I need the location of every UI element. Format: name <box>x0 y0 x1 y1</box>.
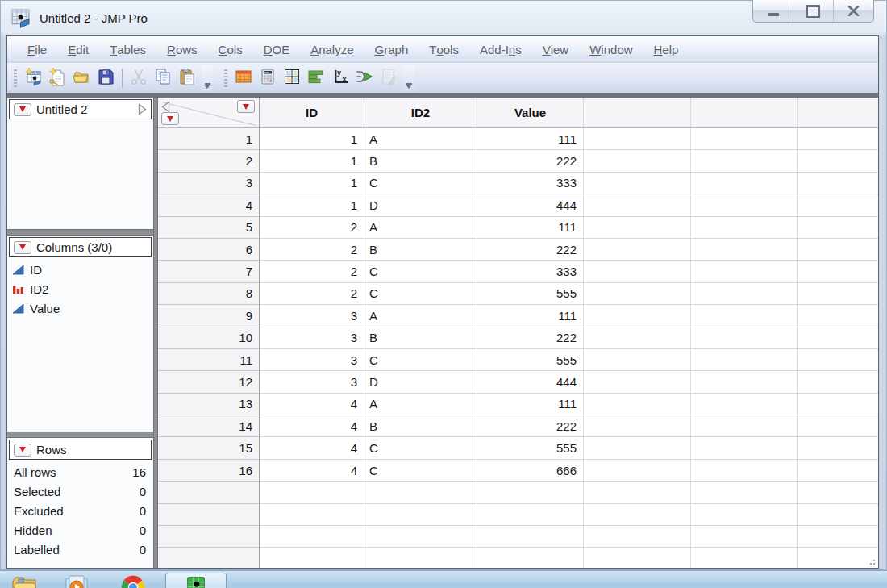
rows-menu-button[interactable] <box>14 444 31 457</box>
panel-splitter[interactable] <box>7 229 153 236</box>
row-number[interactable]: 3 <box>158 173 260 194</box>
column-header-id[interactable]: ID <box>260 98 364 128</box>
cell[interactable]: 2 <box>260 283 364 305</box>
graph-builder-button[interactable] <box>304 67 328 90</box>
cell[interactable]: A <box>364 394 477 415</box>
menu-edit[interactable]: Edit <box>57 36 99 62</box>
column-list-item-id2[interactable]: ID2 <box>7 279 153 298</box>
maximize-button[interactable] <box>793 0 833 22</box>
open-button[interactable] <box>69 67 94 90</box>
menu-analyze[interactable]: Analyze <box>300 36 364 62</box>
cell[interactable]: 222 <box>477 327 584 349</box>
cell[interactable]: A <box>364 128 477 150</box>
row-number[interactable] <box>158 482 260 503</box>
data-table-button[interactable] <box>231 67 256 90</box>
column-list-item-id[interactable]: ID <box>7 260 153 279</box>
menu-tables[interactable]: Tables <box>99 36 156 62</box>
cell[interactable]: D <box>364 371 477 393</box>
cell[interactable]: 444 <box>477 194 584 216</box>
cell[interactable]: B <box>364 239 477 261</box>
table-menu-button[interactable] <box>14 103 31 116</box>
menu-rows[interactable]: Rows <box>156 36 208 62</box>
cell[interactable]: 333 <box>477 261 584 282</box>
row-number[interactable]: 12 <box>158 371 260 393</box>
cell[interactable]: 555 <box>477 283 584 305</box>
cell[interactable]: 2 <box>260 217 364 239</box>
cell[interactable]: B <box>364 150 477 172</box>
cell[interactable]: C <box>364 460 477 482</box>
row-number[interactable]: 4 <box>158 194 260 216</box>
fit-y-by-x-button[interactable]: yx <box>328 67 352 90</box>
media-player-icon[interactable] <box>63 573 90 588</box>
cell[interactable]: 111 <box>477 217 584 239</box>
cell[interactable]: 111 <box>477 128 584 150</box>
cell[interactable]: B <box>364 327 477 349</box>
rows-corner-menu-button[interactable] <box>161 112 179 125</box>
row-number[interactable]: 11 <box>158 349 260 371</box>
cell[interactable]: 3 <box>260 327 364 349</box>
menu-doe[interactable]: DOE <box>253 36 301 62</box>
row-number[interactable]: 6 <box>158 239 260 261</box>
row-number[interactable]: 15 <box>158 437 260 459</box>
cell[interactable]: 4 <box>260 460 364 482</box>
cell[interactable]: 555 <box>477 437 584 459</box>
cell[interactable]: 1 <box>260 150 364 172</box>
cell[interactable]: C <box>364 261 477 282</box>
columns-corner-menu-button[interactable] <box>237 100 255 113</box>
row-number[interactable]: 8 <box>158 283 260 305</box>
cell[interactable]: 2 <box>260 261 364 282</box>
cell[interactable]: 222 <box>477 415 584 437</box>
menu-graph[interactable]: Graph <box>364 36 419 62</box>
jmp-taskbar-button[interactable] <box>165 573 227 588</box>
column-header-id2[interactable]: ID2 <box>364 98 477 128</box>
rows-stat-all-rows[interactable]: All rows16 <box>7 462 153 482</box>
column-header-value[interactable]: Value <box>477 98 584 128</box>
rows-stat-excluded[interactable]: Excluded0 <box>7 501 153 520</box>
rows-stat-labelled[interactable]: Labelled0 <box>7 540 153 559</box>
row-number[interactable]: 7 <box>158 261 260 282</box>
cell[interactable]: 3 <box>260 371 364 393</box>
cell[interactable]: 4 <box>260 394 364 415</box>
row-number[interactable]: 1 <box>158 128 260 150</box>
menu-tools[interactable]: Tools <box>419 36 469 62</box>
new-script-button[interactable] <box>45 67 69 90</box>
cell[interactable]: D <box>364 194 477 216</box>
edit-script-button[interactable] <box>377 67 401 90</box>
menu-add-ins[interactable]: Add-Ins <box>469 36 532 62</box>
cell[interactable]: 111 <box>477 305 584 327</box>
cell[interactable]: 1 <box>260 173 364 194</box>
cell[interactable]: 3 <box>260 305 364 327</box>
cell[interactable]: 4 <box>260 437 364 459</box>
menu-view[interactable]: View <box>532 36 580 62</box>
chrome-icon[interactable] <box>119 573 147 588</box>
expand-panel-icon[interactable] <box>138 103 147 115</box>
explorer-icon[interactable] <box>11 573 39 588</box>
column-list-item-value[interactable]: Value <box>7 298 153 318</box>
row-number[interactable]: 5 <box>158 217 260 239</box>
menu-file[interactable]: File <box>17 36 57 62</box>
cell[interactable]: 111 <box>477 394 584 415</box>
cell[interactable]: 1 <box>260 128 364 150</box>
cell[interactable]: 666 <box>477 460 584 482</box>
row-number[interactable]: 16 <box>158 460 260 482</box>
cell[interactable]: 3 <box>260 349 364 371</box>
row-number[interactable]: 2 <box>158 150 260 172</box>
save-button[interactable] <box>94 67 118 90</box>
cell[interactable]: C <box>364 349 477 371</box>
menu-cols[interactable]: Cols <box>208 36 253 62</box>
row-number[interactable] <box>158 526 260 548</box>
partition-button[interactable] <box>280 67 304 90</box>
toolbar-drag-handle[interactable] <box>14 69 17 87</box>
row-number[interactable] <box>158 548 260 568</box>
cell[interactable]: 4 <box>260 415 364 437</box>
cell[interactable]: 555 <box>477 349 584 371</box>
rows-stat-selected[interactable]: Selected0 <box>7 482 153 501</box>
cell[interactable]: B <box>364 415 477 437</box>
cell[interactable]: C <box>364 437 477 459</box>
cell[interactable]: 2 <box>260 239 364 261</box>
cell[interactable]: 1 <box>260 194 364 216</box>
row-number[interactable] <box>158 504 260 526</box>
cell[interactable]: A <box>364 217 477 239</box>
row-number[interactable]: 13 <box>158 394 260 415</box>
rows-stat-hidden[interactable]: Hidden0 <box>7 520 153 540</box>
